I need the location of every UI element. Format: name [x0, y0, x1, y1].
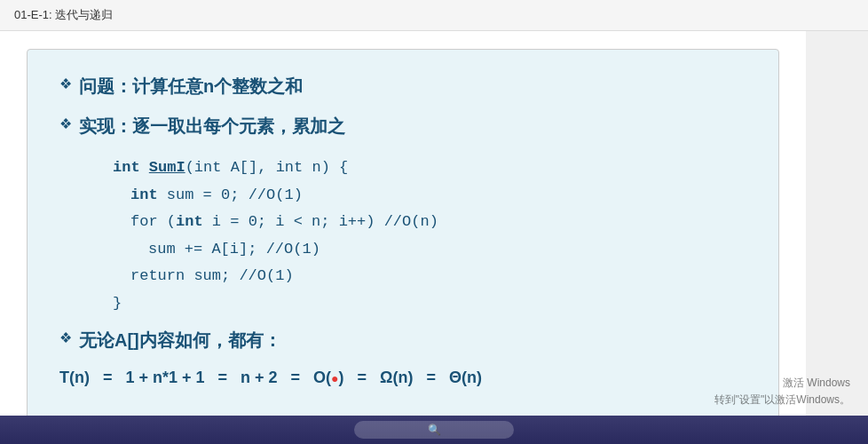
- fn-sumi: SumI: [149, 159, 185, 176]
- page-title: 01-E-1: 迭代与递归: [14, 8, 113, 21]
- windows-activate-overlay: 激活 Windows 转到"设置"以激活Windows。: [714, 375, 850, 408]
- code-sum-add: sum += A[i];: [148, 241, 266, 258]
- code-block: int SumI(int A[], int n) { int sum = 0; …: [113, 155, 746, 318]
- taskbar: 🔍: [0, 416, 868, 444]
- comment-3: //O(1): [266, 241, 320, 258]
- content-area: ❖ 问题：计算任意n个整数之和 ❖ 实现：逐一取出每个元素，累加之 int Su…: [0, 31, 806, 444]
- title-bar: 01-E-1: 迭代与递归: [0, 0, 868, 31]
- code-params: (int A[], int n) {: [185, 159, 349, 176]
- code-for: for (: [130, 213, 176, 230]
- comment-1: //O(1): [249, 186, 303, 203]
- bullet-item-1: ❖ 问题：计算任意n个整数之和: [59, 75, 746, 99]
- bullet-diamond-3: ❖: [59, 329, 72, 346]
- activate-line2: 转到"设置"以激活Windows。: [714, 392, 850, 408]
- code-line-4: sum += A[i]; //O(1): [148, 236, 746, 264]
- code-return: return sum;: [130, 267, 239, 284]
- bullet-diamond-1: ❖: [59, 75, 72, 92]
- comment-2: //O(n): [384, 213, 438, 230]
- code-line-6: }: [113, 290, 746, 318]
- code-sum-init: sum = 0;: [158, 186, 249, 203]
- bullet-text-3: 无论A[]内容如何，都有：: [79, 329, 281, 353]
- taskbar-center: 🔍: [354, 421, 514, 439]
- bullet-diamond-2: ❖: [59, 115, 72, 132]
- code-line-1: int SumI(int A[], int n) {: [113, 155, 746, 182]
- code-line-5: return sum; //O(1): [130, 263, 746, 290]
- code-line-2: int sum = 0; //O(1): [130, 182, 746, 210]
- bullet-text-2: 实现：逐一取出每个元素，累加之: [79, 115, 345, 139]
- kw-int-1: int: [113, 159, 140, 176]
- code-for-body: i = 0; i < n; i++): [203, 213, 384, 230]
- bullet-item-2: ❖ 实现：逐一取出每个元素，累加之: [59, 115, 746, 139]
- bullet-text-1: 问题：计算任意n个整数之和: [79, 75, 303, 99]
- bullet-item-3: ❖ 无论A[]内容如何，都有：: [59, 329, 746, 353]
- activate-line1: 激活 Windows: [714, 375, 850, 392]
- code-line-3: for (int i = 0; i < n; i++) //O(n): [130, 209, 746, 236]
- kw-int-3: int: [176, 213, 203, 230]
- bottom-formula: T(n) = 1 + n*1 + 1 = n + 2 = O(●) = Ω(n)…: [59, 369, 746, 387]
- search-icon: 🔍: [428, 424, 441, 436]
- kw-int-2: int: [130, 186, 158, 203]
- formula-text: T(n) = 1 + n*1 + 1 = n + 2 = O(●) = Ω(n)…: [59, 369, 482, 387]
- slide-box: ❖ 问题：计算任意n个整数之和 ❖ 实现：逐一取出每个元素，累加之 int Su…: [27, 49, 779, 422]
- comment-4: //O(1): [239, 267, 293, 284]
- taskbar-search[interactable]: 🔍: [354, 421, 514, 439]
